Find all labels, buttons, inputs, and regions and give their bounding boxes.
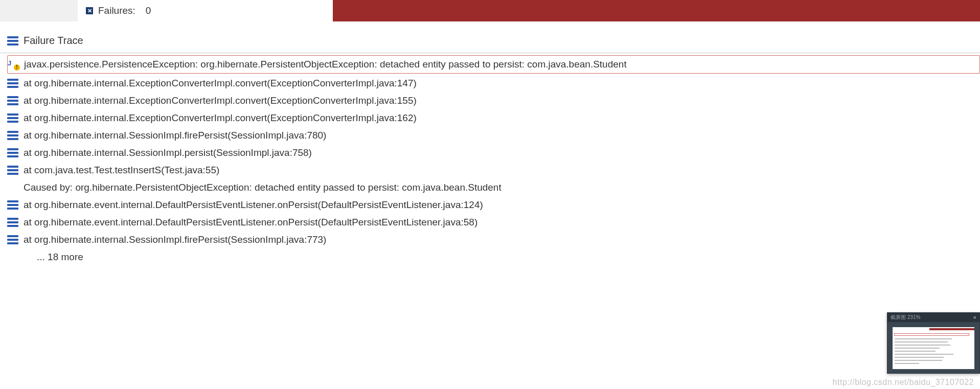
test-progress-bar bbox=[333, 0, 980, 21]
stack-frame-text: at org.hibernate.event.internal.DefaultP… bbox=[24, 199, 483, 211]
stack-icon bbox=[7, 218, 18, 227]
stack-frame-row[interactable]: at org.hibernate.event.internal.DefaultP… bbox=[7, 196, 980, 214]
stack-icon bbox=[7, 96, 18, 105]
failure-trace-header: Failure Trace bbox=[0, 21, 980, 52]
junit-summary-bar: ✕ Failures: 0 bbox=[0, 0, 980, 21]
stack-frame-text: at org.hibernate.internal.ExceptionConve… bbox=[24, 95, 417, 106]
caused-by-row[interactable]: Caused by: org.hibernate.PersistentObjec… bbox=[7, 179, 980, 196]
stack-frame-text: at org.hibernate.internal.SessionImpl.pe… bbox=[24, 147, 312, 158]
stack-icon bbox=[7, 36, 18, 45]
stack-frame-text: at org.hibernate.internal.SessionImpl.fi… bbox=[24, 234, 326, 245]
caused-by-text: Caused by: org.hibernate.PersistentObjec… bbox=[24, 182, 502, 193]
stack-frame-row[interactable]: at org.hibernate.event.internal.DefaultP… bbox=[7, 214, 980, 231]
stack-frame-text: at org.hibernate.internal.SessionImpl.fi… bbox=[24, 130, 326, 141]
icon-spacer bbox=[7, 183, 18, 192]
summary-spacer bbox=[0, 0, 78, 21]
stack-frame-row[interactable]: at org.hibernate.internal.ExceptionConve… bbox=[7, 75, 980, 92]
failures-label: Failures: bbox=[98, 5, 135, 16]
summary-gap bbox=[159, 0, 333, 21]
stack-frame-row[interactable]: at org.hibernate.internal.SessionImpl.fi… bbox=[7, 231, 980, 248]
failures-count: 0 bbox=[146, 5, 151, 16]
stack-icon bbox=[7, 113, 18, 123]
stack-frame-text: at org.hibernate.internal.ExceptionConve… bbox=[24, 78, 417, 89]
java-exception-icon: J bbox=[8, 59, 19, 70]
more-frames-text: ... 18 more bbox=[24, 251, 83, 263]
stack-frame-row[interactable]: at com.java.test.Test.testInsertS(Test.j… bbox=[7, 162, 980, 179]
stack-frame-row[interactable]: at org.hibernate.internal.ExceptionConve… bbox=[7, 92, 980, 109]
failures-icon: ✕ bbox=[86, 7, 93, 14]
stack-frame-text: at org.hibernate.event.internal.DefaultP… bbox=[24, 217, 477, 228]
stack-frame-text: at com.java.test.Test.testInsertS(Test.j… bbox=[24, 165, 219, 176]
exception-text: javax.persistence.PersistenceException: … bbox=[24, 59, 627, 70]
more-frames-row[interactable]: ... 18 more bbox=[7, 248, 980, 266]
stack-trace-list: J javax.persistence.PersistenceException… bbox=[0, 53, 980, 266]
icon-spacer bbox=[7, 253, 18, 262]
stack-icon bbox=[7, 200, 18, 210]
exception-row[interactable]: J javax.persistence.PersistenceException… bbox=[7, 55, 980, 74]
stack-frame-row[interactable]: at org.hibernate.internal.SessionImpl.fi… bbox=[7, 127, 980, 144]
stack-icon bbox=[7, 235, 18, 244]
stack-icon bbox=[7, 166, 18, 175]
stack-frame-text: at org.hibernate.internal.ExceptionConve… bbox=[24, 112, 417, 124]
failure-trace-title: Failure Trace bbox=[24, 35, 83, 47]
stack-icon bbox=[7, 148, 18, 157]
stack-icon bbox=[7, 79, 18, 88]
stack-frame-row[interactable]: at org.hibernate.internal.SessionImpl.pe… bbox=[7, 144, 980, 162]
stack-frame-row[interactable]: at org.hibernate.internal.ExceptionConve… bbox=[7, 109, 980, 127]
failures-tab[interactable]: ✕ Failures: 0 bbox=[78, 0, 159, 21]
stack-icon bbox=[7, 131, 18, 140]
